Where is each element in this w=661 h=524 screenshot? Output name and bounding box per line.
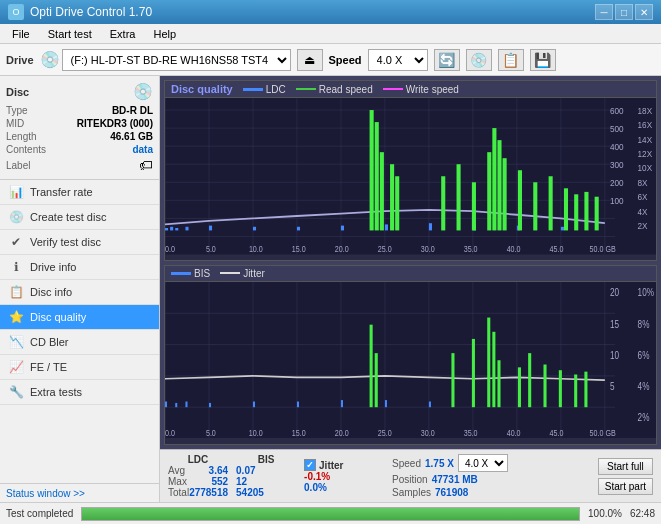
mid-label: MID	[6, 118, 24, 129]
svg-rect-0	[165, 98, 656, 255]
nav-transfer-rate[interactable]: 📊 Transfer rate	[0, 180, 159, 205]
speed-value-stat: 1.75 X	[425, 458, 454, 469]
legend-jitter-color	[220, 272, 240, 274]
chart2-panel: BIS Jitter	[164, 265, 657, 446]
legend-ldc-label: LDC	[266, 84, 286, 95]
bottom-bar: Test completed 100.0% 62:48	[0, 502, 661, 524]
svg-text:10.0: 10.0	[249, 426, 263, 437]
svg-rect-37	[395, 176, 399, 230]
extra-tests-icon: 🔧	[8, 385, 24, 399]
length-label: Length	[6, 131, 37, 142]
save-button[interactable]: 💾	[530, 49, 556, 71]
legend-bis-label: BIS	[194, 268, 210, 279]
nav-extra-tests-label: Extra tests	[30, 386, 82, 398]
svg-text:15: 15	[610, 317, 620, 330]
svg-text:30.0: 30.0	[421, 426, 435, 437]
drive-select[interactable]: (F:) HL-DT-ST BD-RE WH16NS58 TST4	[62, 49, 291, 71]
svg-rect-95	[175, 402, 177, 406]
svg-rect-44	[503, 158, 507, 230]
transfer-rate-icon: 📊	[8, 185, 24, 199]
svg-text:18X: 18X	[638, 105, 653, 116]
svg-rect-109	[497, 360, 500, 407]
status-window-button[interactable]: Status window >>	[6, 488, 85, 499]
speed-select-stat[interactable]: 4.0 X	[458, 454, 508, 472]
avg-label-ldc: Avg	[168, 465, 185, 476]
start-full-button[interactable]: Start full	[598, 458, 653, 475]
svg-rect-25	[253, 227, 256, 231]
svg-rect-78	[165, 282, 656, 439]
close-button[interactable]: ✕	[635, 4, 653, 20]
svg-text:6X: 6X	[638, 192, 648, 203]
minimize-button[interactable]: ─	[595, 4, 613, 20]
legend-write: Write speed	[383, 84, 459, 95]
speed-pos-stats: Speed 1.75 X 4.0 X Position 47731 MB Sam…	[392, 454, 508, 498]
legend-bis: BIS	[171, 268, 210, 279]
menu-start-test[interactable]: Start test	[40, 26, 100, 42]
cd-bler-icon: 📉	[8, 335, 24, 349]
nav-disc-info[interactable]: 📋 Disc info	[0, 280, 159, 305]
svg-text:300: 300	[610, 159, 624, 170]
progress-label: 100.0%	[588, 508, 622, 519]
refresh-button[interactable]: 🔄	[434, 49, 460, 71]
menu-help[interactable]: Help	[145, 26, 184, 42]
speed-label: Speed	[329, 54, 362, 66]
window-controls[interactable]: ─ □ ✕	[595, 4, 653, 20]
svg-rect-32	[561, 227, 564, 231]
svg-text:8%: 8%	[638, 317, 650, 330]
jitter-max-value: 0.0%	[304, 482, 327, 493]
time-display: 62:48	[630, 508, 655, 519]
svg-rect-112	[543, 364, 546, 407]
app-icon: O	[8, 4, 24, 20]
main-layout: Disc 💿 Type BD-R DL MID RITEKDR3 (000) L…	[0, 76, 661, 502]
ldc-avg-row: Avg 3.64	[168, 465, 228, 476]
nav-create-test-disc[interactable]: 💿 Create test disc	[0, 205, 159, 230]
svg-rect-49	[574, 194, 578, 230]
nav-fe-te[interactable]: 📈 FE / TE	[0, 355, 159, 380]
info-button[interactable]: 📋	[498, 49, 524, 71]
svg-rect-42	[492, 128, 496, 230]
svg-rect-108	[492, 331, 495, 406]
ldc-max-value: 552	[211, 476, 228, 487]
contents-label: Contents	[6, 144, 46, 155]
length-value: 46.61 GB	[110, 131, 153, 142]
chart2-svg-container: 20 15 10 5 10% 8% 6% 4% 2% 0.0 5.0 10.0	[165, 282, 656, 439]
svg-rect-50	[584, 192, 588, 231]
type-value: BD-R DL	[112, 105, 153, 116]
svg-rect-34	[375, 122, 379, 230]
disc-button[interactable]: 💿	[466, 49, 492, 71]
speed-row: Speed 1.75 X 4.0 X	[392, 454, 508, 472]
nav-disc-quality[interactable]: ⭐ Disc quality	[0, 305, 159, 330]
svg-text:30.0: 30.0	[421, 245, 436, 255]
disc-info-icon: 📋	[8, 285, 24, 299]
stats-panel: LDC Avg 3.64 Max 552 Total 2778518 BIS	[160, 449, 661, 502]
label-label: Label	[6, 160, 30, 171]
svg-rect-47	[549, 176, 553, 230]
svg-text:5: 5	[610, 379, 615, 392]
svg-text:5.0: 5.0	[206, 245, 217, 255]
start-part-button[interactable]: Start part	[598, 478, 653, 495]
svg-text:50.0 GB: 50.0 GB	[590, 426, 616, 437]
svg-rect-107	[487, 317, 490, 407]
nav-drive-info[interactable]: ℹ Drive info	[0, 255, 159, 280]
maximize-button[interactable]: □	[615, 4, 633, 20]
nav-extra-tests[interactable]: 🔧 Extra tests	[0, 380, 159, 405]
svg-rect-46	[533, 182, 537, 230]
nav-transfer-rate-label: Transfer rate	[30, 186, 93, 198]
nav-verify-test-disc[interactable]: ✔ Verify test disc	[0, 230, 159, 255]
jitter-checkbox[interactable]	[304, 459, 316, 471]
menu-extra[interactable]: Extra	[102, 26, 144, 42]
label-icon[interactable]: 🏷	[139, 157, 153, 173]
menu-file[interactable]: File	[4, 26, 38, 42]
svg-text:5.0: 5.0	[206, 426, 216, 437]
nav-cd-bler[interactable]: 📉 CD Bler	[0, 330, 159, 355]
svg-rect-24	[209, 226, 212, 231]
svg-text:6%: 6%	[638, 348, 650, 361]
legend-write-label: Write speed	[406, 84, 459, 95]
legend-read-color	[296, 88, 316, 90]
svg-text:16X: 16X	[638, 119, 653, 130]
eject-button[interactable]: ⏏	[297, 49, 323, 71]
speed-select[interactable]: 4.0 X	[368, 49, 428, 71]
status-text: Test completed	[6, 508, 73, 519]
verify-test-disc-icon: ✔	[8, 235, 24, 249]
total-label-ldc: Total	[168, 487, 189, 498]
